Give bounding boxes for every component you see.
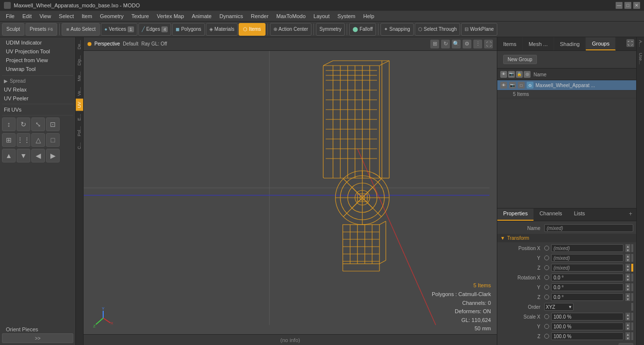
vp-icon-expand[interactable]: ⛶ [484, 40, 493, 48]
prop-scale-z-down[interactable]: ▼ [625, 336, 630, 340]
menu-view[interactable]: View [36, 12, 55, 20]
vp-icon-zoom[interactable]: 🔍 [452, 40, 461, 48]
snapping-button[interactable]: ✦ Snapping [380, 23, 413, 36]
prop-rot-y-circle[interactable] [544, 285, 549, 290]
rp-item-row-maxwell[interactable]: 👁 📷 □ G Maxwell_Wheel_Apparat ... [497, 80, 636, 91]
lp-uv-peeler[interactable]: UV Peeler [0, 94, 75, 103]
side-tab-pol[interactable]: Pol... [76, 123, 83, 139]
prop-scale-z-field[interactable]: 100.0 % [551, 332, 623, 340]
viewport-raygl-label[interactable]: Ray GL: Off [141, 41, 167, 46]
menu-item[interactable]: Item [78, 12, 96, 20]
rp-icon-render[interactable]: 📷 [508, 71, 515, 78]
maximize-button[interactable]: □ [624, 2, 631, 9]
side-tab-uv[interactable]: UV [76, 99, 83, 111]
props-tab-lists[interactable]: Lists [568, 208, 591, 221]
lp-tool-scale[interactable]: ⤡ [31, 117, 45, 131]
menu-file[interactable]: File [2, 12, 19, 20]
lp-arrow-down[interactable]: ▼ [17, 149, 30, 162]
vp-icon-settings[interactable]: ⚙ [463, 40, 471, 48]
viewport-default-label[interactable]: Default [123, 41, 138, 46]
menu-render[interactable]: Render [247, 12, 272, 20]
rp-tab-groups[interactable]: Groups [586, 37, 616, 50]
menu-geometry[interactable]: Geometry [96, 12, 127, 20]
prop-pos-y-circle[interactable] [544, 255, 549, 260]
lp-arrow-up[interactable]: ▲ [2, 149, 16, 162]
minimize-button[interactable]: — [616, 2, 622, 9]
close-button[interactable]: ✕ [633, 2, 640, 9]
prop-pos-x-circle[interactable] [544, 246, 549, 251]
rp-tab-mesh[interactable]: Mesh ... [523, 37, 554, 50]
rp-tab-items[interactable]: Items [497, 37, 523, 50]
prop-scale-x-circle[interactable] [544, 314, 549, 319]
menu-vertex-map[interactable]: Vertex Map [153, 12, 188, 20]
viewport[interactable]: Perspective Default Ray GL: Off ⊞ ↻ 🔍 ⚙ … [84, 37, 497, 345]
props-tab-channels[interactable]: Channels [533, 208, 568, 221]
prop-pos-x-up[interactable]: ▲ [625, 244, 630, 248]
rmt-use[interactable]: Use... [637, 50, 644, 68]
props-tab-plus[interactable]: + [625, 208, 636, 221]
props-expand-button[interactable]: >> [619, 343, 633, 345]
rmt-a[interactable]: A... [637, 37, 644, 50]
prop-scale-y-up[interactable]: ▲ [625, 322, 630, 326]
prop-scale-x-field[interactable]: 100.0 % [551, 313, 623, 321]
lp-arrow-right[interactable]: ▶ [46, 149, 60, 162]
lp-uv-projection-tool[interactable]: UV Projection Tool [2, 47, 73, 56]
prop-scale-y-circle[interactable] [544, 324, 549, 329]
side-tab-me[interactable]: Me... [76, 69, 83, 84]
viewport-perspective-label[interactable]: Perspective [94, 41, 120, 46]
prop-rot-z-field[interactable]: 0.0 ° [551, 293, 623, 301]
rp-item-lock-icon[interactable]: □ [518, 82, 525, 89]
prop-scale-y-down[interactable]: ▼ [625, 326, 630, 330]
rp-icon-lock[interactable]: 🔒 [516, 71, 523, 78]
edges-button[interactable]: ╱ Edges 4 [138, 23, 171, 36]
prop-rot-z-up[interactable]: ▲ [625, 293, 630, 297]
side-tab-dip[interactable]: Dip... [76, 52, 83, 69]
prop-pos-y-down[interactable]: ▼ [625, 258, 630, 262]
new-group-button[interactable]: New Group [503, 55, 537, 64]
side-tab-e[interactable]: E... [76, 111, 83, 124]
prop-rot-z-circle[interactable] [544, 295, 549, 299]
lp-fit-uvs[interactable]: Fit UVs [0, 105, 75, 114]
prop-pos-y-field[interactable]: (mixed) [551, 254, 623, 262]
prop-pos-x-field[interactable]: (mixed) [551, 244, 623, 252]
lp-unwrap-tool[interactable]: Unwrap Tool [2, 65, 73, 73]
lp-tool-grid[interactable]: ⊞ [2, 133, 16, 147]
items-button[interactable]: ⬡ Items [239, 23, 265, 36]
lp-spread-group[interactable]: ▶ Spread [0, 77, 75, 85]
presets-button[interactable]: Presets F6 [25, 23, 57, 36]
vp-icon-grid[interactable]: ⊞ [430, 40, 439, 48]
side-tab-de[interactable]: De... [76, 37, 83, 52]
action-center-button[interactable]: ⊕ Action Center [270, 23, 312, 36]
rp-tab-shading[interactable]: Shading [554, 37, 586, 50]
menu-texture[interactable]: Texture [128, 12, 153, 20]
lp-expand-button[interactable]: >> [2, 333, 73, 343]
vp-icon-more[interactable]: ⋮ [473, 40, 482, 48]
workplane-button[interactable]: ⊟ WorkPlane [461, 23, 497, 36]
vp-icon-refresh[interactable]: ↻ [441, 40, 450, 48]
prop-pos-y-up[interactable]: ▲ [625, 254, 630, 258]
sculpt-button[interactable]: Sculpt [2, 23, 24, 36]
prop-scale-z-circle[interactable] [544, 334, 549, 339]
prop-pos-z-field[interactable]: (mixed) [551, 264, 623, 272]
auto-select-button[interactable]: ■ Auto Select [62, 23, 100, 36]
side-tab-ve[interactable]: Ve... [76, 84, 83, 99]
prop-pos-z-down[interactable]: ▼ [625, 268, 630, 272]
prop-rot-x-circle[interactable] [544, 275, 549, 280]
prop-pos-z-up[interactable]: ▲ [625, 264, 630, 268]
rp-icon-eye[interactable]: 👁 [500, 71, 507, 78]
falloff-button[interactable]: ⬤ Falloff [349, 23, 376, 36]
lp-tool-box[interactable]: □ [46, 133, 60, 147]
lp-tool-4[interactable]: ⊡ [46, 117, 60, 131]
symmetry-button[interactable]: Symmetry [316, 23, 345, 36]
prop-rot-x-field[interactable]: 0.0 ° [551, 274, 623, 281]
polygons-button[interactable]: ◼ Polygons [172, 23, 204, 36]
rp-item-eye-icon[interactable]: 👁 [500, 82, 507, 89]
lp-tool-tris[interactable]: △ [31, 133, 45, 147]
prop-rot-y-field[interactable]: 0.0 ° [551, 283, 623, 291]
transform-expand-icon[interactable]: ▼ [500, 235, 505, 241]
menu-select[interactable]: Select [55, 12, 78, 20]
materials-button[interactable]: ◈ Materials [206, 23, 238, 36]
prop-rot-x-down[interactable]: ▼ [625, 277, 630, 281]
side-tab-c[interactable]: C... [76, 139, 83, 152]
prop-scale-x-down[interactable]: ▼ [625, 317, 630, 321]
